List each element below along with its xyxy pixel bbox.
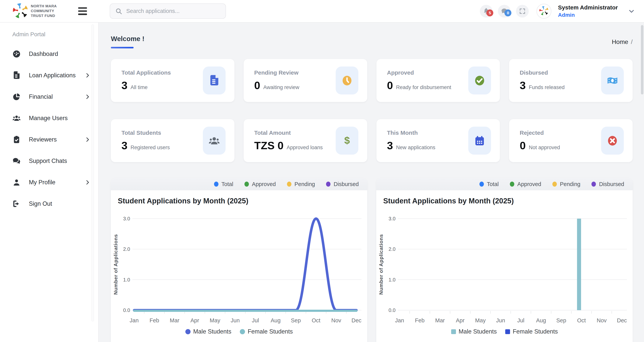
- svg-text:Apr: Apr: [456, 317, 464, 323]
- legend-dot-icon: [287, 182, 292, 187]
- messages-button[interactable]: 0: [498, 5, 510, 18]
- sidebar-section-label: Admin Portal: [12, 31, 98, 38]
- sidebar-item-my-profile[interactable]: My Profile: [12, 175, 98, 190]
- sidebar-item-dashboard[interactable]: Dashboard: [12, 47, 98, 62]
- sidebar-item-label: Sign Out: [29, 200, 52, 207]
- user-menu[interactable]: System Administrator Admin: [558, 4, 618, 18]
- legend-marker-icon: [451, 329, 456, 334]
- chevron-right-icon: [85, 180, 90, 185]
- legend-label: Total: [222, 181, 233, 187]
- legend-label: Pending: [294, 181, 315, 187]
- page-title: Welcome !: [111, 35, 144, 43]
- file-lines-icon: [12, 71, 21, 80]
- user-role: Admin: [558, 12, 618, 18]
- user-avatar[interactable]: [536, 4, 552, 19]
- legend-dot-icon: [326, 182, 330, 187]
- clock-icon: [336, 67, 358, 94]
- stat-label: Rejected: [520, 129, 560, 136]
- chart-series-legend: Male StudentsFemale Students: [111, 328, 367, 335]
- legend-item-male-students[interactable]: Male Students: [451, 328, 497, 335]
- org-logo-text: NORTH MARA COMMUNITY TRUST FUND: [31, 4, 57, 18]
- sidebar-item-manage-users[interactable]: Manage Users: [12, 111, 98, 126]
- sidebar-item-financial[interactable]: Financial: [12, 89, 98, 104]
- legend-item-approved[interactable]: Approved: [244, 181, 276, 187]
- svg-text:Dec: Dec: [617, 317, 627, 323]
- stat-sublabel: Ready for disbursement: [396, 84, 451, 90]
- sidebar-item-support-chats[interactable]: Support Chats: [12, 153, 98, 168]
- page-scrollbar[interactable]: [641, 25, 644, 94]
- chart-series-legend: Male StudentsFemale Students: [376, 328, 633, 335]
- legend-label: Disbursed: [599, 181, 624, 187]
- breadcrumb-home[interactable]: Home: [612, 38, 628, 45]
- legend-label: Approved: [517, 181, 541, 187]
- sidebar-item-sign-out[interactable]: Sign Out: [12, 196, 98, 211]
- svg-text:Sep: Sep: [556, 317, 566, 323]
- avatar-logo-icon: [538, 5, 550, 17]
- chevron-down-icon[interactable]: [628, 8, 635, 15]
- svg-text:Number of Applications: Number of Applications: [378, 234, 384, 295]
- sidebar-item-loan-applications[interactable]: Loan Applications: [12, 68, 98, 83]
- sidebar-item-label: Support Chats: [29, 157, 67, 164]
- fullscreen-button[interactable]: [516, 5, 529, 18]
- notifications-button[interactable]: 5: [480, 5, 492, 18]
- org-logo: NORTH MARA COMMUNITY TRUST FUND: [0, 2, 76, 21]
- breadcrumb: Home/: [612, 38, 633, 46]
- sidebar-item-label: Loan Applications: [29, 72, 76, 79]
- sidebar-toggle-button[interactable]: [78, 7, 87, 15]
- svg-text:2.0: 2.0: [388, 246, 396, 252]
- calendar-icon: [468, 127, 491, 155]
- search-bar[interactable]: [110, 4, 226, 19]
- sidebar-item-reviewers[interactable]: Reviewers: [12, 132, 98, 147]
- svg-text:Sep: Sep: [291, 317, 301, 323]
- legend-item-male-students[interactable]: Male Students: [185, 328, 231, 335]
- legend-dot-icon: [592, 182, 596, 187]
- sidebar-item-label: Manage Users: [29, 115, 68, 122]
- legend-marker-icon: [505, 329, 510, 334]
- sidebar-item-label: Financial: [29, 93, 53, 100]
- svg-text:1.0: 1.0: [388, 277, 396, 283]
- user-icon: [12, 178, 21, 187]
- stat-sublabel: Awaiting review: [263, 84, 299, 90]
- svg-text:Jan: Jan: [130, 317, 139, 323]
- stat-value: TZS 0: [254, 139, 284, 152]
- legend-item-female-students[interactable]: Female Students: [240, 328, 293, 335]
- main-content: Welcome ! Home/ Total Applications3All t…: [98, 23, 644, 342]
- stat-value: 0: [387, 79, 393, 92]
- svg-text:Jun: Jun: [496, 317, 505, 323]
- sidebar-item-label: Dashboard: [29, 51, 58, 57]
- stat-label: Pending Review: [254, 69, 299, 76]
- svg-text:May: May: [210, 317, 220, 323]
- svg-text:Jan: Jan: [395, 317, 404, 323]
- svg-text:Oct: Oct: [577, 317, 586, 323]
- legend-item-pending[interactable]: Pending: [287, 181, 315, 187]
- svg-text:$: $: [344, 135, 350, 146]
- svg-text:Aug: Aug: [270, 317, 280, 323]
- chart-plot: 0.01.02.03.0Number of ApplicationsJanFeb…: [376, 210, 632, 325]
- legend-item-total[interactable]: Total: [480, 181, 499, 187]
- users-icon: [203, 127, 226, 155]
- svg-text:Number of Applications: Number of Applications: [113, 234, 118, 295]
- stat-card-disbursed: Disbursed3Funds released: [509, 59, 633, 102]
- chart-card-bar: TotalApprovedPendingDisbursedStudent App…: [376, 178, 633, 342]
- sidebar-scrollbar[interactable]: [92, 25, 94, 321]
- file-lines-icon: [203, 67, 226, 94]
- stat-sublabel: Not approved: [529, 145, 560, 150]
- sign-out-icon: [12, 200, 21, 208]
- messages-count-badge: 0: [504, 10, 512, 16]
- legend-item-female-students[interactable]: Female Students: [505, 328, 558, 335]
- stat-label: Disbursed: [520, 69, 564, 76]
- legend-item-total[interactable]: Total: [214, 181, 233, 187]
- svg-text:3.0: 3.0: [123, 216, 130, 222]
- stat-label: This Month: [387, 129, 435, 136]
- legend-label: Female Students: [513, 328, 558, 335]
- legend-item-disbursed[interactable]: Disbursed: [592, 181, 624, 187]
- legend-item-pending[interactable]: Pending: [552, 181, 580, 187]
- legend-label: Total: [487, 181, 499, 187]
- user-name: System Administrator: [558, 4, 618, 11]
- legend-item-disbursed[interactable]: Disbursed: [326, 181, 359, 187]
- legend-item-approved[interactable]: Approved: [510, 181, 541, 187]
- clipboard-check-icon: [12, 135, 21, 144]
- search-input[interactable]: [126, 8, 220, 14]
- chevron-right-icon: [85, 137, 90, 142]
- svg-text:0.0: 0.0: [388, 307, 396, 313]
